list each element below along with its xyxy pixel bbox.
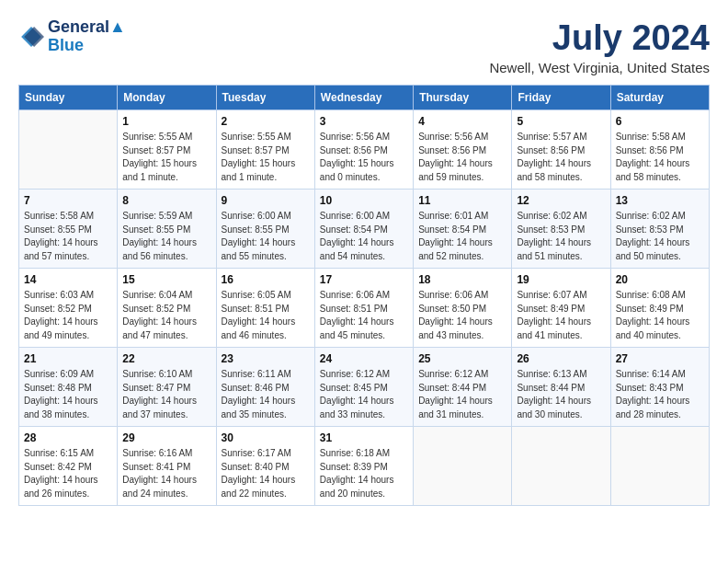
- day-cell: 21Sunrise: 6:09 AM Sunset: 8:48 PM Dayli…: [19, 348, 118, 427]
- day-number: 1: [122, 115, 210, 128]
- svg-marker-1: [24, 27, 44, 47]
- day-cell: 7Sunrise: 5:58 AM Sunset: 8:55 PM Daylig…: [19, 190, 118, 269]
- col-header-thursday: Thursday: [414, 86, 512, 110]
- day-info: Sunrise: 5:58 AM Sunset: 8:55 PM Dayligh…: [24, 210, 112, 263]
- day-info: Sunrise: 6:02 AM Sunset: 8:53 PM Dayligh…: [616, 210, 704, 263]
- page-header: General▲ Blue July 2024 Newell, West Vir…: [18, 18, 710, 75]
- day-number: 13: [616, 194, 704, 207]
- day-info: Sunrise: 6:06 AM Sunset: 8:51 PM Dayligh…: [320, 289, 408, 342]
- day-cell: 20Sunrise: 6:08 AM Sunset: 8:49 PM Dayli…: [610, 269, 709, 348]
- day-cell: 15Sunrise: 6:04 AM Sunset: 8:52 PM Dayli…: [118, 269, 216, 348]
- month-title: July 2024: [489, 18, 710, 58]
- day-cell: 1Sunrise: 5:55 AM Sunset: 8:57 PM Daylig…: [118, 110, 216, 190]
- day-number: 3: [320, 115, 408, 128]
- day-info: Sunrise: 6:07 AM Sunset: 8:49 PM Dayligh…: [517, 289, 605, 342]
- week-row-2: 7Sunrise: 5:58 AM Sunset: 8:55 PM Daylig…: [19, 190, 710, 269]
- day-number: 31: [320, 431, 408, 444]
- day-info: Sunrise: 6:15 AM Sunset: 8:42 PM Dayligh…: [24, 447, 112, 500]
- day-number: 25: [418, 352, 506, 365]
- day-info: Sunrise: 6:12 AM Sunset: 8:45 PM Dayligh…: [320, 368, 408, 421]
- day-cell: 8Sunrise: 5:59 AM Sunset: 8:55 PM Daylig…: [118, 190, 216, 269]
- day-cell: 16Sunrise: 6:05 AM Sunset: 8:51 PM Dayli…: [216, 269, 314, 348]
- day-number: 22: [122, 352, 210, 365]
- day-number: 5: [517, 115, 605, 128]
- day-info: Sunrise: 6:14 AM Sunset: 8:43 PM Dayligh…: [616, 368, 704, 421]
- day-number: 24: [320, 352, 408, 365]
- day-cell: 4Sunrise: 5:56 AM Sunset: 8:56 PM Daylig…: [414, 110, 512, 190]
- day-info: Sunrise: 6:01 AM Sunset: 8:54 PM Dayligh…: [418, 210, 506, 263]
- day-cell: [610, 427, 709, 506]
- day-info: Sunrise: 6:18 AM Sunset: 8:39 PM Dayligh…: [320, 447, 408, 500]
- day-info: Sunrise: 5:55 AM Sunset: 8:57 PM Dayligh…: [222, 131, 310, 184]
- location: Newell, West Virginia, United States: [489, 60, 710, 75]
- day-info: Sunrise: 6:13 AM Sunset: 8:44 PM Dayligh…: [517, 368, 605, 421]
- day-cell: 24Sunrise: 6:12 AM Sunset: 8:45 PM Dayli…: [314, 348, 413, 427]
- day-number: 18: [418, 273, 506, 286]
- day-cell: 25Sunrise: 6:12 AM Sunset: 8:44 PM Dayli…: [414, 348, 512, 427]
- week-row-3: 14Sunrise: 6:03 AM Sunset: 8:52 PM Dayli…: [19, 269, 710, 348]
- day-cell: [19, 110, 118, 190]
- day-cell: 6Sunrise: 5:58 AM Sunset: 8:56 PM Daylig…: [610, 110, 709, 190]
- day-cell: 18Sunrise: 6:06 AM Sunset: 8:50 PM Dayli…: [414, 269, 512, 348]
- day-info: Sunrise: 6:16 AM Sunset: 8:41 PM Dayligh…: [122, 447, 210, 500]
- day-cell: 26Sunrise: 6:13 AM Sunset: 8:44 PM Dayli…: [512, 348, 610, 427]
- day-number: 21: [24, 352, 112, 365]
- day-number: 11: [418, 194, 506, 207]
- col-header-tuesday: Tuesday: [216, 86, 314, 110]
- day-number: 9: [222, 194, 310, 207]
- day-info: Sunrise: 5:59 AM Sunset: 8:55 PM Dayligh…: [122, 210, 210, 263]
- day-number: 28: [24, 431, 112, 444]
- day-info: Sunrise: 6:02 AM Sunset: 8:53 PM Dayligh…: [517, 210, 605, 263]
- day-info: Sunrise: 5:56 AM Sunset: 8:56 PM Dayligh…: [320, 131, 408, 184]
- col-header-friday: Friday: [512, 86, 610, 110]
- day-number: 12: [517, 194, 605, 207]
- week-row-5: 28Sunrise: 6:15 AM Sunset: 8:42 PM Dayli…: [19, 427, 710, 506]
- day-number: 14: [24, 273, 112, 286]
- day-number: 20: [616, 273, 704, 286]
- day-info: Sunrise: 6:06 AM Sunset: 8:50 PM Dayligh…: [418, 289, 506, 342]
- day-info: Sunrise: 6:12 AM Sunset: 8:44 PM Dayligh…: [418, 368, 506, 421]
- day-number: 27: [616, 352, 704, 365]
- col-header-monday: Monday: [118, 86, 216, 110]
- day-number: 7: [24, 194, 112, 207]
- col-header-saturday: Saturday: [610, 86, 709, 110]
- day-info: Sunrise: 6:11 AM Sunset: 8:46 PM Dayligh…: [222, 368, 310, 421]
- day-number: 2: [222, 115, 310, 128]
- day-info: Sunrise: 6:05 AM Sunset: 8:51 PM Dayligh…: [222, 289, 310, 342]
- week-row-4: 21Sunrise: 6:09 AM Sunset: 8:48 PM Dayli…: [19, 348, 710, 427]
- day-cell: [414, 427, 512, 506]
- day-number: 30: [222, 431, 310, 444]
- day-info: Sunrise: 6:08 AM Sunset: 8:49 PM Dayligh…: [616, 289, 704, 342]
- day-number: 29: [122, 431, 210, 444]
- day-cell: 19Sunrise: 6:07 AM Sunset: 8:49 PM Dayli…: [512, 269, 610, 348]
- day-cell: 31Sunrise: 6:18 AM Sunset: 8:39 PM Dayli…: [314, 427, 413, 506]
- day-number: 8: [122, 194, 210, 207]
- day-info: Sunrise: 6:09 AM Sunset: 8:48 PM Dayligh…: [24, 368, 112, 421]
- day-info: Sunrise: 6:17 AM Sunset: 8:40 PM Dayligh…: [222, 447, 310, 500]
- title-block: July 2024 Newell, West Virginia, United …: [489, 18, 710, 75]
- day-number: 15: [122, 273, 210, 286]
- day-number: 17: [320, 273, 408, 286]
- day-number: 6: [616, 115, 704, 128]
- day-cell: 30Sunrise: 6:17 AM Sunset: 8:40 PM Dayli…: [216, 427, 314, 506]
- day-cell: 22Sunrise: 6:10 AM Sunset: 8:47 PM Dayli…: [118, 348, 216, 427]
- day-cell: 27Sunrise: 6:14 AM Sunset: 8:43 PM Dayli…: [610, 348, 709, 427]
- day-info: Sunrise: 5:57 AM Sunset: 8:56 PM Dayligh…: [517, 131, 605, 184]
- col-header-sunday: Sunday: [19, 86, 118, 110]
- day-info: Sunrise: 6:04 AM Sunset: 8:52 PM Dayligh…: [122, 289, 210, 342]
- header-row: SundayMondayTuesdayWednesdayThursdayFrid…: [19, 86, 710, 110]
- day-number: 10: [320, 194, 408, 207]
- day-number: 19: [517, 273, 605, 286]
- day-info: Sunrise: 6:03 AM Sunset: 8:52 PM Dayligh…: [24, 289, 112, 342]
- day-cell: [512, 427, 610, 506]
- day-cell: 3Sunrise: 5:56 AM Sunset: 8:56 PM Daylig…: [314, 110, 413, 190]
- day-info: Sunrise: 6:00 AM Sunset: 8:54 PM Dayligh…: [320, 210, 408, 263]
- col-header-wednesday: Wednesday: [314, 86, 413, 110]
- day-cell: 23Sunrise: 6:11 AM Sunset: 8:46 PM Dayli…: [216, 348, 314, 427]
- day-info: Sunrise: 5:56 AM Sunset: 8:56 PM Dayligh…: [418, 131, 506, 184]
- day-cell: 2Sunrise: 5:55 AM Sunset: 8:57 PM Daylig…: [216, 110, 314, 190]
- day-cell: 10Sunrise: 6:00 AM Sunset: 8:54 PM Dayli…: [314, 190, 413, 269]
- logo-line1: General▲: [48, 18, 126, 37]
- day-info: Sunrise: 5:58 AM Sunset: 8:56 PM Dayligh…: [616, 131, 704, 184]
- day-number: 26: [517, 352, 605, 365]
